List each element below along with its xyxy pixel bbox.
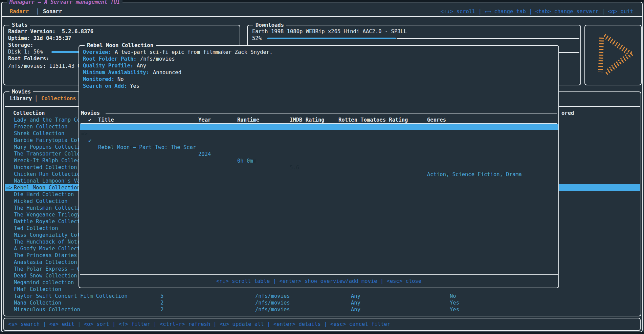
- collection-name: Frozen Collection: [14, 123, 68, 130]
- movie-title: Rebel Moon – Part Two: The Scar: [98, 144, 196, 151]
- collection-name: Battle Royale Collect: [14, 218, 80, 225]
- managarr-play-logo-icon: [588, 29, 639, 80]
- collection-name: Uncharted Collection: [14, 164, 77, 171]
- movie-count: 2: [160, 299, 163, 306]
- movie-runtime: 0h 0m: [237, 158, 253, 164]
- collection-name: Wreck-It Ralph Collec: [14, 157, 80, 164]
- movie-genres: Action, Science Fiction, Drama: [427, 171, 522, 178]
- minimum-availability-label: Minimum Availability:: [83, 69, 149, 76]
- logo-panel: [584, 25, 642, 85]
- col-genres: Genres: [427, 117, 446, 123]
- tab-radarr[interactable]: Radarr: [10, 8, 29, 15]
- monitored-check-icon: ✔: [88, 137, 91, 144]
- col-check: ✔: [88, 117, 91, 123]
- minimum-availability-value: Announced: [153, 69, 181, 76]
- collection-name: The Polar Express – C: [14, 266, 80, 272]
- modal-movies-title-line: [106, 113, 557, 113]
- footer-bar: <s> search | <e> edit | <o> sort | <f> f…: [3, 318, 641, 331]
- col-imdb: IMDB Rating: [290, 117, 325, 123]
- quality-profile-value: Any: [137, 62, 146, 69]
- modal-footer-divider: [80, 274, 558, 275]
- downloads-panel-title: Downloads: [253, 22, 286, 28]
- terminal-bottom-edge: [0, 332, 644, 334]
- quality-profile: Any: [351, 306, 360, 313]
- radarr-version: Radarr Version: 5.2.6.8376: [8, 28, 93, 35]
- col-year: Year: [198, 117, 211, 123]
- collection-name: The Huntsman Collecti: [14, 205, 80, 211]
- tab-separator: │: [36, 8, 39, 15]
- collection-name: Lady and the Tramp Co: [14, 117, 80, 123]
- download-item-percent: 52%: [252, 35, 262, 42]
- quality-profile-label: Quality Profile:: [83, 62, 133, 69]
- search-on-add-value: Yes: [130, 83, 139, 89]
- monitored-flag: No: [450, 293, 456, 299]
- col-title: Title: [98, 117, 114, 123]
- root-folder-size: /nfs/movies: 11511.43 GB: [8, 63, 84, 69]
- collection-name: The Vengeance Trilogy: [14, 211, 80, 218]
- collection-name: Nana Collection: [14, 299, 61, 306]
- root-folder-path-label: Root Folder Path:: [83, 56, 137, 62]
- overview-label: Overview:: [83, 49, 111, 56]
- collection-name: Taylor Swift Concert Film Collection: [14, 293, 128, 299]
- collection-name: Megamind collection: [14, 279, 74, 286]
- collection-name: Anastasia Collection: [14, 259, 77, 266]
- download-gauge-filled: [267, 38, 396, 39]
- movie-count: 2: [160, 306, 163, 313]
- modal-title: Rebel Moon Collection: [85, 42, 156, 49]
- root-folder-path: /nfs/movies: [255, 299, 290, 306]
- collection-name: National Lampoon's Va: [14, 178, 80, 184]
- collection-details-modal: Rebel Moon Collection Overview: A two-pa…: [79, 45, 559, 288]
- uptime: Uptime: 31d 04:35:37: [8, 35, 71, 42]
- monitored-flag: Yes: [450, 299, 459, 306]
- collection-name: Ted Collection: [14, 225, 58, 232]
- storage-label: Storage:: [8, 42, 34, 48]
- root-folder-path-value: /nfs/movies: [140, 56, 175, 62]
- selected-marker: =>: [6, 184, 13, 191]
- collection-name: A Goofy Movie Collect: [14, 245, 80, 252]
- collection-name: FNaF Collection: [14, 286, 61, 293]
- collection-name: The Hunchback of Notr: [14, 238, 80, 245]
- tabbar-divider: [2, 16, 642, 17]
- modal-movie-row[interactable]: ✔ Rebel Moon – Part Two: The Scar 2024 0…: [80, 130, 558, 137]
- collection-row[interactable]: Miraculous Collection2/nfs/moviesAnyYes: [5, 306, 640, 313]
- quality-profile: Any: [351, 293, 360, 299]
- disk-usage-label: Disk 1: 56%: [8, 48, 43, 55]
- collection-name: Miraculous Collection: [14, 306, 80, 313]
- top-keybind-hints: <↑↓> scroll | ←→ change tab | <tab> chan…: [441, 8, 633, 15]
- monitored-flag: Yes: [450, 306, 459, 313]
- collection-name: Mary Poppins Collecti: [14, 144, 80, 150]
- tab-sonarr[interactable]: Sonarr: [43, 8, 62, 15]
- root-folder-path: /nfs/movies: [255, 306, 290, 313]
- overview-value: A two-part sci-fi epic from filmmaker Za…: [115, 49, 273, 56]
- monitored-label: Monitored:: [83, 76, 114, 83]
- collection-name: Rebel Moon Collection: [14, 184, 80, 191]
- modal-table-header: ✔ Title Year Runtime IMDB Rating Rotten …: [80, 117, 558, 123]
- collection-name: Barbie Fairytopia Col: [14, 137, 80, 144]
- footer-keybind-hints: <s> search | <e> edit | <o> sort | <f> f…: [8, 321, 390, 328]
- collection-name: Wicked Collection: [14, 198, 68, 205]
- download-item-title: Earth 1998 1080p WEBRip x265 Hindi AAC2.…: [252, 28, 407, 35]
- stats-panel-title: Stats: [9, 22, 30, 28]
- root-folder-path: /nfs/movies: [255, 293, 290, 299]
- app-title: Managarr – A Servarr management TUI: [7, 0, 123, 5]
- collection-name: Dead Snow Collection: [14, 272, 77, 279]
- movie-year: 2024: [198, 151, 211, 158]
- collection-name: The Princess Diaries: [14, 252, 77, 259]
- collection-name: Shrek Collection: [14, 130, 64, 137]
- collection-name: The Transporter Colle: [14, 150, 80, 157]
- movie-imdb: 5.6: [290, 164, 299, 171]
- col-runtime: Runtime: [237, 117, 259, 123]
- download-gauge-rest: [397, 38, 579, 39]
- collection-name: Die Hard Collection: [14, 191, 74, 198]
- modal-movie-row[interactable]: => ✔ ne: A Child of Fire 2023 2h 14m 5.6…: [80, 124, 558, 130]
- modal-movies-table-title: Movies: [81, 110, 100, 117]
- monitored-value: No: [117, 76, 124, 83]
- col-rt: Rotten Tomatoes Rating: [338, 117, 408, 123]
- quality-profile: Any: [351, 299, 360, 306]
- root-folders-label: Root Folders:: [8, 55, 49, 62]
- collection-name: Miss Congeniality Col: [14, 232, 80, 238]
- modal-keybind-hints: <↑↓> scroll table | <enter> show overvie…: [79, 278, 558, 285]
- collection-row[interactable]: Nana Collection2/nfs/moviesAnyYes: [5, 299, 640, 306]
- search-on-add-label: Search on Add:: [83, 83, 127, 89]
- collection-row[interactable]: Taylor Swift Concert Film Collection5/nf…: [5, 293, 640, 299]
